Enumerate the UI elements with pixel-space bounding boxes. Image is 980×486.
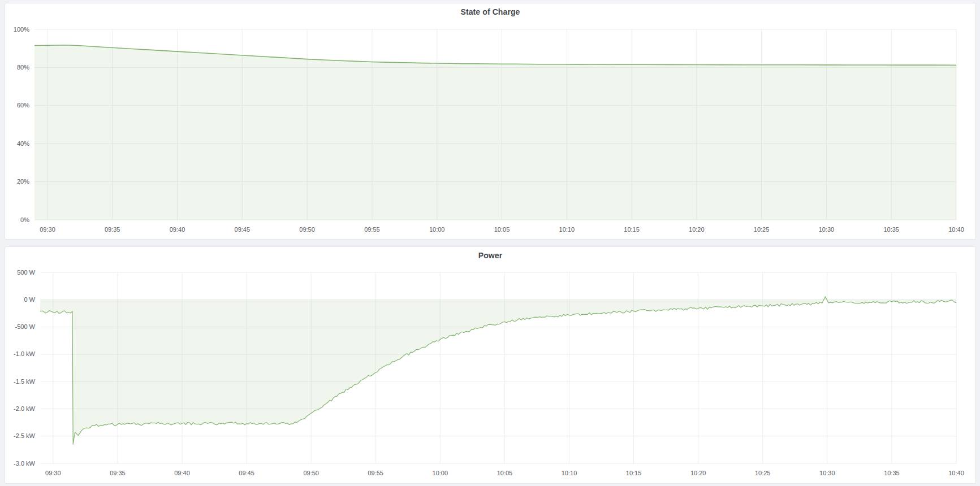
state-of-charge-chart-canvas[interactable]: 100%80%60%40%20%0%09:3009:3509:4009:4509… [5,3,977,240]
y-tick-label: -500 W [15,323,36,330]
y-tick-label: 60% [17,102,29,109]
x-tick-label: 09:45 [239,470,254,476]
x-tick-label: 10:05 [494,226,510,233]
x-tick-label: 10:05 [497,470,513,476]
x-tick-label: 10:30 [819,226,835,233]
dashboard: State of Charge 100%80%60%40%20%0%09:300… [0,0,980,486]
x-tick-label: 09:40 [174,470,190,476]
x-tick-label: 09:50 [303,470,319,476]
y-tick-label: 100% [14,26,29,33]
x-tick-label: 10:20 [690,470,706,476]
power-area [40,297,956,444]
x-tick-label: 10:15 [626,470,642,476]
x-tick-label: 10:30 [819,470,835,476]
x-tick-label: 10:25 [755,470,771,476]
y-tick-label: 0 W [24,296,35,303]
x-tick-label: 09:45 [235,226,251,233]
panel-power: Power 500 W0 W-500 W-1.0 kW-1.5 kW-2.0 k… [5,246,976,484]
y-tick-label: 20% [17,178,29,185]
x-tick-label: 09:50 [299,226,315,233]
x-tick-label: 10:25 [754,226,770,233]
x-tick-label: 09:55 [368,470,383,476]
y-tick-label: -2.5 kW [14,432,36,439]
x-tick-label: 10:10 [562,470,577,476]
x-tick-label: 09:30 [40,226,55,233]
y-tick-label: -1.0 kW [14,350,36,357]
x-tick-label: 10:35 [884,470,900,476]
panel-state-of-charge: State of Charge 100%80%60%40%20%0%09:300… [5,3,976,240]
x-tick-label: 10:15 [624,226,640,233]
x-tick-label: 09:30 [45,470,61,476]
y-tick-label: -1.5 kW [14,378,36,385]
x-tick-label: 10:10 [559,226,575,233]
x-tick-label: 10:00 [433,470,448,476]
y-tick-label: 0% [20,216,29,223]
y-tick-label: 40% [17,140,29,147]
state-of-charge-area [34,45,956,220]
x-tick-label: 09:35 [110,470,126,476]
y-tick-label: -2.0 kW [14,405,36,412]
power-chart-canvas[interactable]: 500 W0 W-500 W-1.0 kW-1.5 kW-2.0 kW-2.5 … [5,247,977,484]
x-tick-label: 09:35 [105,226,120,233]
y-tick-label: -3.0 kW [14,460,36,467]
x-tick-label: 09:55 [364,226,380,233]
x-tick-label: 10:40 [948,226,964,233]
x-tick-label: 10:20 [689,226,705,233]
y-tick-label: 80% [17,64,29,71]
x-tick-label: 10:35 [883,226,899,233]
x-tick-label: 09:40 [170,226,185,233]
x-tick-label: 10:00 [429,226,445,233]
x-tick-label: 10:40 [948,470,964,476]
y-tick-label: 500 W [17,269,35,276]
